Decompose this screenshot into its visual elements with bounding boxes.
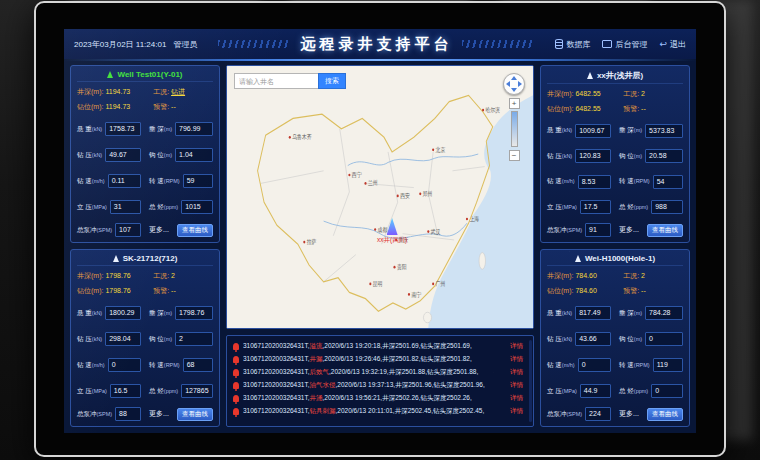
stat-grid: 悬 重(kN)1758.73垂 深(m)796.99钻 压(kN)49.67钩 … [77,119,213,217]
center-column: 乌鲁木齐拉萨西宁兰州西安北京哈尔滨郑州上海武汉成都重庆贵阳昆明广州南宁 搜索 [226,65,534,427]
stat-label: 钻 压(kN) [77,335,102,344]
current-user: 管理员 [173,39,197,50]
decor-hatch-left [218,40,290,48]
logout-button[interactable]: ↩ 退出 [659,39,686,50]
alarm-row[interactable]: 31067120200326431T,钻具刺漏,2020/6/13 20:11:… [233,405,527,418]
condition-label: 工况: [153,272,169,279]
city-label: 南宁 [411,291,421,298]
alarm-row[interactable]: 31067120200326431T,井涌,2020/6/13 19:56:21… [233,392,527,405]
search-input[interactable] [234,73,318,89]
stat-value-box: 49.67 [105,148,141,162]
city-label: 上海 [469,215,479,223]
stat-label: 悬 重(kN) [77,309,102,318]
zoom-out-button[interactable]: − [509,150,520,161]
city-dot [369,283,371,286]
alarm-detail-link[interactable]: 详情 [510,394,523,403]
bit-depth-label: 钻位(m): [77,287,103,294]
city-label: 昆明 [373,280,383,288]
stat-label: 总 烃(ppm) [619,387,648,396]
pan-up-icon [511,76,517,80]
well-panel-title: Well Test01(Y-01) [77,70,213,82]
view-curve-button[interactable]: 查看曲线 [647,224,683,237]
alarm-text: 31067120200326431T,溢流,2020/6/13 19:20:18… [243,342,506,351]
search-button[interactable]: 搜索 [318,73,346,89]
stat-field: 悬 重(kN)1800.29 [77,303,141,323]
stat-value-box: 120.83 [575,149,611,163]
stat-field: 转 速(RPM)54 [619,172,683,192]
zoom-in-button[interactable]: + [509,98,520,109]
stat-label: 悬 重(kN) [547,126,572,135]
stat-label: 垂 深(m) [619,309,642,318]
stat-label: 钩 位(m) [619,152,642,161]
map-panel[interactable]: 乌鲁木齐拉萨西宁兰州西安北京哈尔滨郑州上海武汉成都重庆贵阳昆明广州南宁 搜索 [226,65,534,329]
city-dot [374,228,376,231]
pan-compass[interactable] [503,73,525,95]
hainan-island [423,312,431,322]
stat-label: 钻 速(m/h) [77,177,105,186]
more-link[interactable]: 更多... [149,409,169,419]
well-panel-title: SK-21712(712) [77,254,213,266]
topbar-actions: 数据库 后台管理 ↩ 退出 [555,39,686,50]
more-link[interactable]: 更多... [619,409,639,419]
alarm-detail-link[interactable]: 详情 [510,381,523,390]
view-curve-button[interactable]: 查看曲线 [647,408,683,421]
view-curve-button[interactable]: 查看曲线 [177,408,213,421]
city-label: 哈尔滨 [485,107,500,115]
stat-field: 总 烃(ppm)988 [619,198,683,218]
alarm-row[interactable]: 31067120200326431T,溢流,2020/6/13 19:20:18… [233,340,527,353]
stat-label: 总 烃(ppm) [619,203,648,212]
alarm-row[interactable]: 31067120200326431T,井漏,2020/6/13 19:26:46… [233,353,527,366]
alarm-detail-link[interactable]: 详情 [510,355,523,364]
well-panel: Wei-H1000(Hole-1) 井深(m): 784.60 工况: 2 钻位… [540,249,690,427]
alarm-row[interactable]: 31067120200326431T,油气水侵,2020/6/13 19:37:… [233,379,527,392]
zoom-slider[interactable] [511,111,518,147]
stat-field: 总 烃(ppm)127865 [149,381,213,401]
alarm-type: 油气水侵 [310,381,336,388]
well-name: SK-21712(712) [123,254,178,263]
console-icon [602,40,612,48]
database-button[interactable]: 数据库 [555,39,590,50]
pump-stroke-stat: 总泵冲(SPM)224 [547,407,611,421]
right-well-column: xx井(浅井层) 井深(m): 6482.55 工况: 2 钻位(m): 648… [540,65,690,427]
warning-value: -- [171,287,176,294]
stat-field: 转 速(RPM)59 [149,171,213,191]
view-curve-button[interactable]: 查看曲线 [177,224,213,237]
stat-field: 钻 压(kN)49.67 [77,145,141,165]
depth-value: 6482.55 [575,90,600,97]
well-map-marker[interactable]: xx井(四川) [377,218,407,245]
stat-value-box: 8.53 [578,175,611,189]
alarm-row[interactable]: 31067120200326431T,后效气,2020/6/13 19:32:1… [233,366,527,379]
stat-field: 钻 速(m/h)8.53 [547,172,611,192]
stat-field: 垂 深(m)5373.83 [619,121,683,141]
city-dot [432,148,434,151]
stat-label: 总泵冲(SPM) [547,410,582,419]
bit-depth-label: 钻位(m): [77,103,103,110]
stat-label: 垂 深(m) [149,309,172,318]
stat-value-box: 2 [175,332,213,346]
stat-value-box: 43.66 [575,332,611,346]
alarm-detail-link[interactable]: 详情 [510,407,523,416]
admin-console-button[interactable]: 后台管理 [602,39,647,50]
stat-value-box: 0 [108,358,141,372]
alarm-detail-link[interactable]: 详情 [510,368,523,377]
more-link[interactable]: 更多... [619,225,639,235]
stat-label: 钻 压(kN) [77,151,102,160]
stat-grid: 悬 重(kN)1009.67垂 深(m)5373.83钻 压(kN)120.83… [547,121,683,217]
alarm-bell-icon [233,343,239,350]
stat-label: 钻 压(kN) [547,335,572,344]
more-link[interactable]: 更多... [149,225,169,235]
stat-field: 钩 位(m)1.04 [149,145,213,165]
alarm-detail-link[interactable]: 详情 [510,342,523,351]
alarm-bell-icon [233,369,239,376]
stat-label: 钻 压(kN) [547,152,572,161]
alarm-type: 后效气 [310,368,330,375]
warning-value: -- [641,287,646,294]
stat-field: 立 压(MPa)44.9 [547,381,611,401]
stat-field: 垂 深(m)1798.76 [149,303,213,323]
stat-value-box: 68 [183,358,213,372]
city-dot [289,136,291,139]
stat-label: 总泵冲(SPM) [77,410,112,419]
well-panel: SK-21712(712) 井深(m): 1798.76 工况: 2 钻位(m)… [70,249,220,427]
stat-field: 悬 重(kN)1758.73 [77,119,141,139]
logout-icon: ↩ [659,40,667,48]
